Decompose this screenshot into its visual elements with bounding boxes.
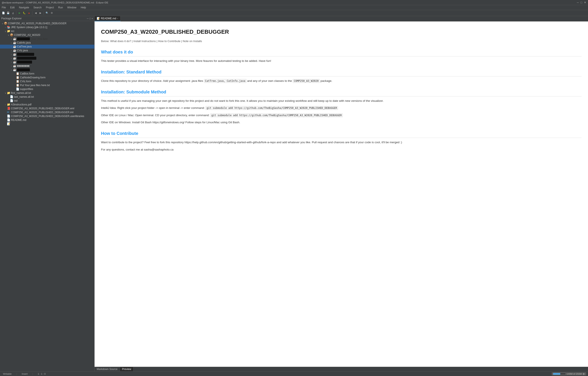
java-icon: ☕ [13, 37, 16, 41]
tree-root[interactable]: ∨ 📦 COMP250_A3_W2020_PUBLISHED_DEBUGGER [0, 21, 94, 25]
list-item[interactable]: › ☕ [0, 60, 94, 64]
redacted5-label [17, 68, 30, 71]
menu-window[interactable]: Window [66, 6, 77, 10]
list-item[interactable]: 📄 COMP250_A3_W2020_PUBLISHED_DEBUGGER.us… [0, 114, 94, 118]
tab-close-button[interactable]: × [117, 17, 118, 20]
list-item[interactable]: › ☕ [0, 56, 94, 60]
list-item[interactable]: › ☕ [0, 52, 94, 56]
list-item[interactable]: ∨ 📁 src [0, 29, 94, 33]
toolbar-print[interactable]: 🖨 [11, 11, 15, 15]
list-item[interactable]: › ☕ CViz.java [0, 49, 94, 52]
section2-heading: Installation: Standard Method [101, 69, 582, 76]
java-icon: ☕ [13, 60, 16, 64]
cattree-label: CatTree.java [17, 45, 32, 48]
section2-text2: and any of your own classes to the [246, 79, 293, 83]
redacted-label [17, 37, 30, 40]
panel-minimize-btn[interactable]: ─ [87, 17, 88, 20]
redacted2-label [17, 53, 34, 56]
list-item[interactable]: › ☕ CatInfo.java [0, 41, 94, 45]
list-item[interactable]: › ☕ [0, 68, 94, 72]
list-item[interactable]: ∨ 📦 COMP250_A3_W2020 [0, 33, 94, 37]
menu-run[interactable]: Run [57, 6, 64, 10]
toolbar-new[interactable]: 📄 [1, 11, 6, 15]
userlib-label: README.md [11, 118, 26, 122]
toolbar-forward[interactable]: ▶ [38, 11, 43, 15]
section3-para2: IntelliJ Idea: Right click your project … [101, 106, 582, 110]
toolbar-run[interactable]: ▶ [17, 11, 22, 15]
tab-readme[interactable]: 📝 README.md × [95, 16, 121, 21]
toolbar-debug[interactable]: 🐛 [22, 11, 26, 15]
toolbar-back[interactable]: ◀ [33, 11, 38, 15]
status-writable: Writable [2, 373, 13, 375]
status-memory-text: 148M of 256M [567, 373, 582, 375]
tab-markdown-source[interactable]: Markdown Source [95, 367, 120, 371]
list-item[interactable]: 📋 CatNodeDrawing.form [0, 76, 94, 79]
iml-icon: 📄 [7, 115, 10, 118]
list-item[interactable]: 📄 supportfiles [0, 87, 94, 91]
list-item[interactable]: › 📁 A3instructions.pdf [0, 103, 94, 106]
list-item[interactable]: 📄 README.md [0, 118, 94, 122]
gc-icon[interactable]: 🗑 [583, 373, 585, 375]
list-item[interactable]: 📄 last_names.all.txt [0, 95, 94, 99]
list-item[interactable]: 📋 Put Your java files here.txt [0, 83, 94, 87]
package-explorer-panel: Package Explorer ─ □ × ∨ 📦 COMP250_A3_W2… [0, 16, 95, 371]
md-icon: 📝 [7, 122, 10, 126]
list-item[interactable]: ✉ COMP250_A3_W2020_PUBLISHED_DEBUGGER.im… [0, 110, 94, 114]
list-item[interactable]: 📝 [0, 122, 94, 126]
editor-content[interactable]: COMP250_A3_W2020_PUBLISHED_DEBUGGER Belo… [95, 21, 588, 367]
list-item[interactable]: 📄 out [0, 99, 94, 103]
list-item[interactable]: › ☕ CatTree.java [0, 45, 94, 49]
supportfiles-label: first_names.all.txt [11, 92, 31, 94]
menu-help[interactable]: Help [80, 6, 87, 10]
main-area: Package Explorer ─ □ × ∨ 📦 COMP250_A3_W2… [0, 16, 588, 371]
section4-para1: Want to contribute to the project? Feel … [101, 140, 582, 145]
list-item[interactable]: › ☕ ■■■■■■■■ [0, 64, 94, 68]
section3-para4: Other IDE on Windows: Install Git Bash h… [101, 120, 582, 125]
randomcats-label: ■■■■■■■■ [17, 64, 30, 67]
arrow: › [10, 45, 13, 48]
close-button[interactable]: ✕ [584, 1, 586, 4]
cvizform-label: Put Your java files here.txt [20, 84, 50, 87]
panel-close-btn[interactable]: × [92, 17, 93, 20]
out-label: A3instructions.pdf [11, 103, 31, 106]
addcustom-label: CatBox.form [20, 72, 34, 75]
pdf-icon: 📕 [7, 107, 10, 110]
status-bar: Writable | Insert | 1 : 1 : 0 148M of 25… [0, 371, 588, 376]
toolbar-save[interactable]: 💾 [6, 11, 10, 15]
list-item[interactable]: › 📚 JRE System Library [jdk-13.0.1] [0, 25, 94, 29]
list-item[interactable]: ∨ 📁 first_names.all.txt [0, 91, 94, 95]
minimize-button[interactable]: ─ [577, 1, 579, 4]
section4-heading: How to Contribute [101, 130, 582, 138]
form-icon: 📋 [16, 76, 19, 79]
panel-maximize-btn[interactable]: □ [89, 17, 91, 20]
menu-edit[interactable]: Edit [9, 6, 15, 10]
root-icon: 📦 [4, 22, 7, 25]
list-item[interactable]: 📕 COMP250_A3_W2020_PUBLISHED_DEBUGGER.em… [0, 106, 94, 110]
toolbar: 📄 💾 🖨 ▶ 🐛 ■ ◀ ▶ 🔍 ⚙ [0, 10, 588, 16]
list-item[interactable]: 📋 CatBox.form [0, 72, 94, 76]
menu-navigate[interactable]: Navigate [18, 6, 30, 10]
list-item[interactable]: › ☕ your files here [0, 37, 94, 41]
panel-header: Package Explorer ─ □ × [0, 16, 94, 21]
toolbar-search[interactable]: 🔍 [45, 11, 49, 15]
menu-file[interactable]: File [1, 6, 7, 10]
menu-search[interactable]: Search [32, 6, 42, 10]
java-icon: ☕ [13, 56, 16, 60]
arrow: › [10, 61, 13, 63]
memory-bar [553, 373, 566, 375]
arrow: › [10, 69, 13, 71]
list-item[interactable]: 📋 CViz.form [0, 79, 94, 83]
toolbar-settings[interactable]: ⚙ [50, 11, 54, 15]
toolbar-stop[interactable]: ■ [27, 11, 31, 15]
maximize-button[interactable]: □ [580, 1, 582, 4]
arrow: › [10, 53, 13, 56]
s3p2-code: git submodule add https://github.com/The… [205, 106, 338, 110]
txt-icon: 📄 [10, 99, 13, 103]
a3-label: COMP250_A3_W2020_PUBLISHED_DEBUGGER.eml [11, 107, 74, 110]
nav-text: Below: What does it do? | Install Instru… [101, 40, 202, 43]
redacted4-label [17, 61, 32, 63]
status-memory-widget[interactable]: 148M of 256M 🗑 [552, 372, 586, 375]
section1-heading: What does it do [101, 49, 582, 56]
menu-project[interactable]: Project [45, 6, 54, 10]
tab-preview[interactable]: Preview [120, 367, 134, 371]
